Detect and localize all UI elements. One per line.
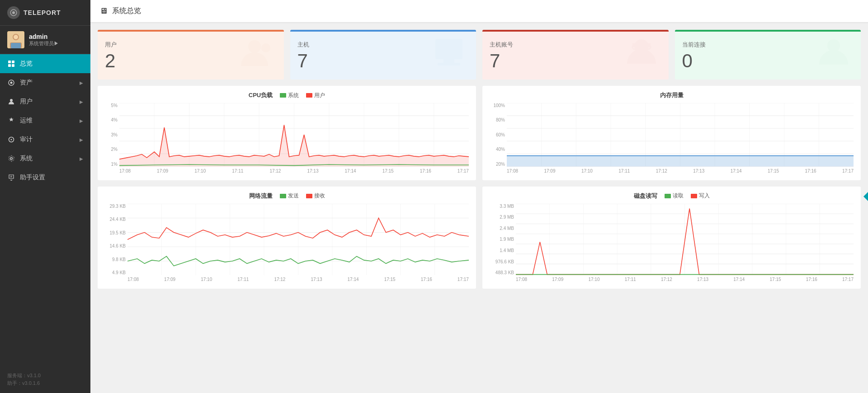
disk-y-1: 3.3 MB xyxy=(490,204,514,209)
net-y-6: 4.9 KB xyxy=(105,270,126,275)
svg-rect-7 xyxy=(8,61,11,63)
memory-chart-svg xyxy=(507,103,854,167)
sidebar-item-assistant[interactable]: 助手设置 xyxy=(0,168,90,187)
svg-rect-10 xyxy=(12,64,14,67)
network-legend-send: 发送 xyxy=(280,192,299,200)
sidebar-item-system-label: 系统 xyxy=(20,154,33,163)
sidebar-item-overview-label: 总览 xyxy=(20,60,33,68)
mem-y-80: 80% xyxy=(490,117,505,122)
stat-card-hosts[interactable]: 主机 7 xyxy=(290,30,476,80)
cpu-chart-card: CPU负载 系统 用户 5% 4% xyxy=(98,86,476,180)
svg-rect-8 xyxy=(12,61,14,63)
memory-chart-card: 内存用量 100% 80% 60% 40% 20% xyxy=(482,86,861,180)
svg-point-17 xyxy=(261,43,270,52)
stat-card-connections[interactable]: 当前连接 0 xyxy=(675,30,861,80)
sidebar-item-audit-label: 审计 xyxy=(20,136,33,144)
stat-card-hosts-content: 主机 7 xyxy=(290,32,476,80)
network-chart-card: 网络流量 发送 接收 29.3 KB 24.4 KB xyxy=(98,187,476,289)
stat-card-users[interactable]: 用户 2 xyxy=(98,30,284,80)
audit-icon xyxy=(7,136,15,144)
sidebar-item-assets[interactable]: 资产 ▶ xyxy=(0,73,90,92)
stat-card-host-accounts-content: 主机账号 7 xyxy=(482,32,669,80)
page-title: 系统总览 xyxy=(112,6,141,16)
disk-write-legend-label: 写入 xyxy=(699,192,710,200)
assets-icon xyxy=(7,79,15,87)
overview-icon xyxy=(7,60,15,68)
disk-y-5: 1.4 MB xyxy=(490,248,514,253)
main-content: 🖥 系统总览 用户 2 xyxy=(90,0,868,393)
cpu-system-legend-label: 系统 xyxy=(288,92,299,99)
cpu-chart-header: CPU负载 系统 用户 xyxy=(105,91,469,99)
memory-x-labels: 17:08 17:09 17:10 17:11 17:12 17:13 17:1… xyxy=(507,168,854,173)
stat-card-host-accounts[interactable]: 主机账号 7 xyxy=(482,30,669,80)
cpu-user-legend-color xyxy=(306,93,312,98)
cpu-chart-title: CPU负载 xyxy=(249,91,273,99)
users-icon xyxy=(7,98,15,106)
disk-legend-read: 读取 xyxy=(665,192,684,200)
net-y-4: 14.6 KB xyxy=(105,243,126,248)
user-info: admin 系统管理员▶ xyxy=(29,33,59,47)
svg-point-16 xyxy=(248,40,261,53)
cpu-legend-system: 系统 xyxy=(280,92,299,99)
charts-row-1: CPU负载 系统 用户 5% 4% xyxy=(98,86,861,180)
net-y-5: 9.8 KB xyxy=(105,257,126,262)
stat-card-connections-content: 当前连接 0 xyxy=(675,32,861,80)
sidebar: TELEPORT admin 系统管理员▶ xyxy=(0,0,90,393)
mem-y-100: 100% xyxy=(490,103,505,108)
header-icon: 🖥 xyxy=(99,6,108,16)
assets-arrow: ▶ xyxy=(80,80,83,85)
main-body: 用户 2 主机 7 xyxy=(90,23,868,393)
stat-card-users-content: 用户 2 xyxy=(98,32,284,80)
net-y-1: 29.3 KB xyxy=(105,204,126,209)
username: admin xyxy=(29,33,59,40)
sidebar-item-users[interactable]: 用户 ▶ xyxy=(0,92,90,111)
sidebar-item-system[interactable]: 系统 ▶ xyxy=(0,149,90,168)
disk-y-4: 1.9 MB xyxy=(490,237,514,242)
system-arrow: ▶ xyxy=(80,156,83,161)
svg-point-5 xyxy=(14,35,18,39)
network-chart-svg xyxy=(127,204,469,276)
audit-arrow: ▶ xyxy=(80,137,83,142)
svg-point-12 xyxy=(10,82,13,84)
sidebar-item-ops[interactable]: 运维 ▶ xyxy=(0,111,90,130)
svg-rect-20 xyxy=(438,63,460,66)
network-recv-legend-color xyxy=(306,194,312,198)
cpu-x-labels: 17:08 17:09 17:10 17:11 17:12 17:13 17:1… xyxy=(119,168,469,173)
logo-text: TELEPORT xyxy=(24,9,61,16)
svg-rect-9 xyxy=(8,64,11,67)
svg-rect-6 xyxy=(11,43,21,48)
sidebar-item-audit[interactable]: 审计 ▶ xyxy=(0,130,90,149)
svg-point-15 xyxy=(11,139,12,140)
ops-icon xyxy=(7,117,15,125)
avatar xyxy=(7,31,24,48)
disk-x-labels: 17:08 17:09 17:10 17:11 17:12 17:13 17:1… xyxy=(516,277,854,282)
stat-bg-icon-users xyxy=(239,37,275,75)
cpu-y-3: 3% xyxy=(105,132,118,137)
assistant-icon xyxy=(7,173,15,182)
cpu-y-5: 5% xyxy=(105,103,118,108)
cpu-chart-svg xyxy=(119,103,469,167)
sidebar-item-assets-label: 资产 xyxy=(20,79,33,87)
sidebar-item-overview[interactable]: 总览 xyxy=(0,54,90,73)
disk-y-6: 976.6 KB xyxy=(490,259,514,264)
memory-chart-header: 内存用量 xyxy=(490,91,854,99)
mem-y-40: 40% xyxy=(490,147,505,152)
sidebar-footer: 服务端：v3.1.0 助手：v3.0.1.6 xyxy=(0,366,90,393)
svg-point-27 xyxy=(827,39,840,52)
network-x-labels: 17:08 17:09 17:10 17:11 17:12 17:13 17:1… xyxy=(127,277,469,282)
disk-y-3: 2.4 MB xyxy=(490,226,514,231)
charts-row-2: 网络流量 发送 接收 29.3 KB 24.4 KB xyxy=(98,187,861,289)
svg-rect-19 xyxy=(443,59,454,63)
ops-arrow: ▶ xyxy=(80,118,83,123)
stat-bg-icon-accounts xyxy=(623,37,660,75)
svg-point-1 xyxy=(12,11,15,14)
cpu-y-2: 2% xyxy=(105,147,118,152)
disk-read-legend-color xyxy=(665,194,671,198)
user-role: 系统管理员▶ xyxy=(29,40,59,47)
sidebar-user[interactable]: admin 系统管理员▶ xyxy=(0,26,90,54)
net-y-2: 24.4 KB xyxy=(105,217,126,222)
network-send-legend-label: 发送 xyxy=(288,192,299,200)
main-header: 🖥 系统总览 xyxy=(90,0,868,23)
active-arrow xyxy=(863,192,868,201)
disk-chart-svg xyxy=(516,204,854,276)
